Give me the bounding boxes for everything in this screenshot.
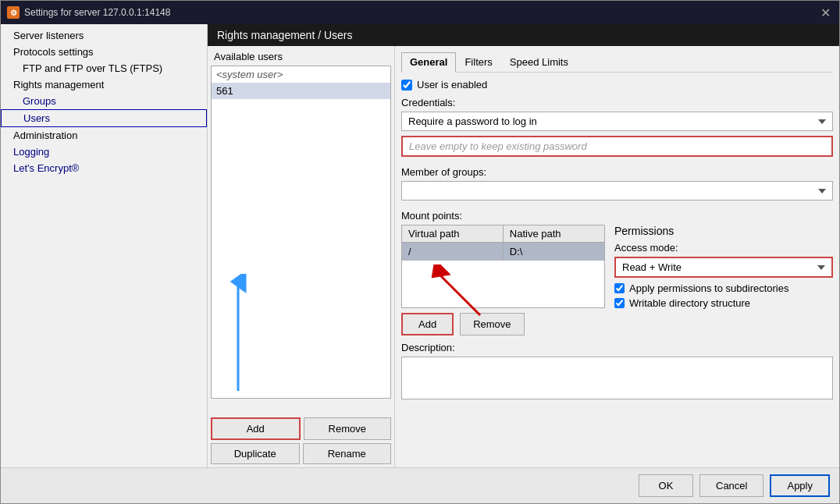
svg-line-3 [437,272,480,315]
description-textarea[interactable] [401,357,833,399]
apply-button[interactable]: Apply [770,474,830,497]
writable-dir-row: Writable directory structure [614,297,833,309]
credentials-label: Credentials: [401,97,833,108]
sidebar-item-protocols-settings[interactable]: Protocols settings [1,44,207,60]
permissions-title: Permissions [614,225,833,237]
mount-section: Virtual path Native path / D:\ [401,225,833,335]
sidebar-item-administration[interactable]: Administration [1,127,207,144]
main-content: Server listeners Protocols settings FTP … [1,24,839,467]
window-title: Settings for server 127.0.0.1:14148 [24,7,170,18]
mount-points-label: Mount points: [401,210,833,222]
user-enabled-row: User is enabled [401,79,833,91]
password-input[interactable] [401,136,833,157]
panel-body: Available users <system user> 561 [208,46,839,467]
bottom-bar: OK Cancel Apply [1,467,839,503]
mount-native-path: D:\ [503,243,604,261]
writable-dir-checkbox[interactable] [614,298,625,308]
system-user-item[interactable]: <system user> [212,66,390,83]
user-enabled-label: User is enabled [417,79,487,91]
access-mode-dropdown[interactable]: Read + Write Read only Write only No acc… [614,257,833,278]
sidebar: Server listeners Protocols settings FTP … [1,24,208,467]
users-list[interactable]: <system user> 561 [211,66,391,399]
apply-subdirs-label: Apply permissions to subdirectories [629,282,788,294]
users-panel: Available users <system user> 561 [208,46,395,467]
tabs: General Filters Speed Limits [401,52,833,73]
mount-add-button[interactable]: Add [401,313,454,335]
permissions-section: Permissions Access mode: Read + Write Re… [614,225,833,335]
remove-user-button[interactable]: Remove [304,417,392,440]
sidebar-item-ftp-ftps[interactable]: FTP and FTP over TLS (FTPS) [1,60,207,76]
title-bar: ⚙ Settings for server 127.0.0.1:14148 ✕ [1,1,839,24]
access-mode-label: Access mode: [614,242,833,254]
mount-buttons: Add Remove [401,313,605,335]
mount-virtual-path: / [402,243,504,261]
settings-window: ⚙ Settings for server 127.0.0.1:14148 ✕ … [0,0,840,504]
description-label: Description: [401,342,833,353]
add-user-button[interactable]: Add [211,417,301,440]
panel-header: Rights management / Users [208,24,839,46]
sidebar-item-users[interactable]: Users [1,109,207,127]
sidebar-item-lets-encrypt[interactable]: Let's Encrypt® [1,160,207,176]
settings-panel: General Filters Speed Limits User is ena… [395,46,839,467]
app-icon: ⚙ [7,6,20,19]
native-path-header: Native path [503,225,604,243]
duplicate-user-button[interactable]: Duplicate [211,443,300,464]
password-type-dropdown[interactable]: Require a password to log in [401,112,833,131]
tab-general[interactable]: General [401,52,456,73]
user-561-item[interactable]: 561 [212,83,390,99]
member-groups-label: Member of groups: [401,166,833,178]
member-groups-dropdown[interactable] [401,181,833,201]
sidebar-item-rights-management[interactable]: Rights management [1,76,207,93]
add-remove-row: Add Remove [211,417,391,440]
users-buttons: Add Remove Duplicate Rename [211,417,391,464]
virtual-path-header: Virtual path [402,225,504,243]
apply-subdirs-checkbox[interactable] [614,283,625,293]
rename-user-button[interactable]: Rename [303,443,392,464]
right-panel: Rights management / Users Available user… [208,24,839,467]
sidebar-item-logging[interactable]: Logging [1,144,207,160]
mount-row[interactable]: / D:\ [402,243,605,261]
user-enabled-checkbox[interactable] [401,80,412,91]
mount-empty-row [402,261,605,307]
ok-button[interactable]: OK [639,474,693,497]
dup-rename-row: Duplicate Rename [211,443,391,464]
writable-dir-label: Writable directory structure [629,297,750,309]
red-arrow [425,264,488,319]
mount-remove-button[interactable]: Remove [460,313,524,335]
apply-subdirs-row: Apply permissions to subdirectories [614,282,833,294]
sidebar-item-groups[interactable]: Groups [1,93,207,109]
tab-filters[interactable]: Filters [456,52,500,72]
close-button[interactable]: ✕ [817,5,833,20]
tab-speed-limits[interactable]: Speed Limits [501,52,577,72]
cancel-button[interactable]: Cancel [699,474,763,497]
mount-left: Virtual path Native path / D:\ [401,225,605,335]
mount-table: Virtual path Native path / D:\ [401,225,605,308]
sidebar-item-server-listeners[interactable]: Server listeners [1,27,207,44]
available-users-label: Available users [211,49,391,64]
title-bar-left: ⚙ Settings for server 127.0.0.1:14148 [7,6,170,19]
